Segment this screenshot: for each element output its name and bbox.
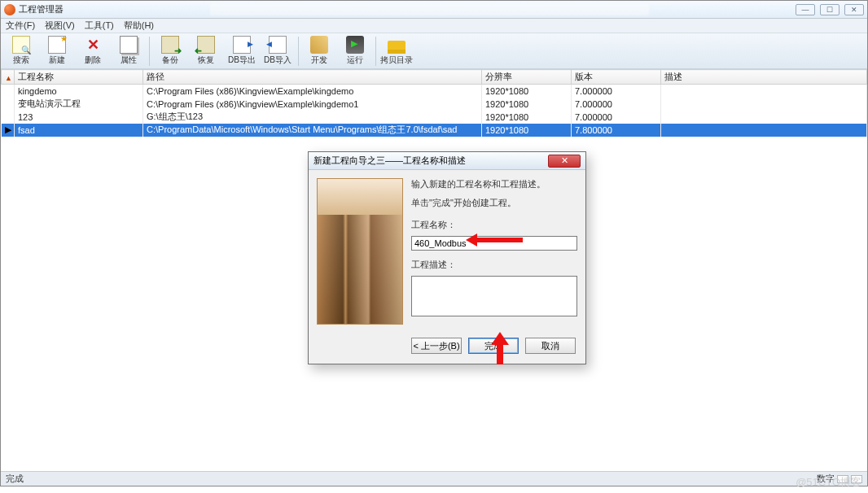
new-project-wizard-dialog: 新建工程向导之三——工程名称和描述 ✕ 输入新建的工程名称和工程描述。 单击"完…	[308, 151, 586, 364]
cell: C:\Program Files (x86)\Kingview\Example\…	[143, 98, 482, 111]
wizard-instruction-2: 单击"完成"开始创建工程。	[411, 197, 577, 209]
cell	[661, 124, 867, 137]
new-button[interactable]: 新建	[40, 35, 74, 68]
search-button[interactable]: 搜索	[4, 35, 38, 68]
menu-view[interactable]: 视图(V)	[45, 20, 75, 32]
search-icon	[12, 36, 30, 54]
cell: kingdemo	[15, 85, 143, 98]
dialog-title: 新建工程向导之三——工程名称和描述	[313, 155, 548, 167]
cell: 变电站演示工程	[15, 98, 143, 111]
status-text: 完成	[6, 473, 24, 485]
title-bar: 工程管理器 — ☐ ✕	[1, 1, 867, 19]
table-row[interactable]: 123G:\组态王\1231920*10807.000000	[2, 111, 867, 124]
table-header: ▲ 工程名称 路径 分辨率 版本 描述	[2, 70, 867, 85]
copydir-button[interactable]: 拷贝目录	[379, 35, 414, 68]
db-import-icon	[269, 36, 287, 54]
col-ver[interactable]: 版本	[572, 70, 661, 85]
prop-button[interactable]: 属性	[112, 35, 146, 68]
cell: 1920*1080	[482, 85, 572, 98]
row-indicator	[2, 98, 15, 111]
restore-icon	[197, 36, 215, 54]
project-name-label: 工程名称：	[411, 219, 577, 231]
wizard-instruction-1: 输入新建的工程名称和工程描述。	[411, 178, 577, 190]
properties-icon	[120, 36, 138, 54]
new-icon	[48, 36, 66, 54]
cell	[661, 85, 867, 98]
project-desc-input[interactable]	[411, 276, 577, 316]
menu-help[interactable]: 帮助(H)	[124, 20, 154, 32]
dialog-title-bar: 新建工程向导之三——工程名称和描述 ✕	[309, 152, 585, 170]
cell: 1920*1080	[482, 98, 572, 111]
cell: 123	[15, 111, 143, 124]
delete-icon	[84, 36, 102, 54]
dev-button[interactable]: 开发	[302, 35, 336, 68]
col-desc[interactable]: 描述	[661, 70, 867, 85]
col-name[interactable]: 工程名称	[15, 70, 143, 85]
table-row[interactable]: ▶fsadC:\ProgramData\Microsoft\Windows\St…	[2, 124, 867, 137]
project-name-input[interactable]	[411, 236, 577, 251]
dbout-button[interactable]: DB导出	[225, 35, 259, 68]
backup-button[interactable]: 备份	[153, 35, 187, 68]
project-table: ▲ 工程名称 路径 分辨率 版本 描述 kingdemoC:\Program F…	[1, 69, 867, 137]
delete-button[interactable]: 删除	[76, 35, 110, 68]
window-title: 工程管理器	[19, 3, 64, 15]
db-export-icon	[233, 36, 251, 54]
project-desc-label: 工程描述：	[411, 259, 577, 271]
close-button[interactable]: ✕	[844, 4, 864, 15]
cell: 1920*1080	[482, 111, 572, 124]
run-button[interactable]: 运行	[338, 35, 372, 68]
status-bar: 完成 数字	[1, 471, 867, 486]
cancel-button[interactable]: 取消	[525, 338, 576, 354]
cell: 7.000000	[572, 111, 661, 124]
app-icon	[4, 4, 15, 15]
col-path[interactable]: 路径	[143, 70, 482, 85]
cell: 7.000000	[572, 85, 661, 98]
cell: 1920*1080	[482, 124, 572, 137]
row-indicator-col[interactable]: ▲	[2, 70, 15, 85]
toolbar: 搜索 新建 删除 属性 备份 恢复 DB导出 DB导入 开发 运行 拷贝目录	[1, 33, 867, 69]
menu-bar: 文件(F) 视图(V) 工具(T) 帮助(H)	[1, 19, 867, 33]
separator	[375, 37, 376, 66]
table-row[interactable]: 变电站演示工程C:\Program Files (x86)\Kingview\E…	[2, 98, 867, 111]
wizard-image	[317, 178, 403, 325]
cell	[661, 98, 867, 111]
dbin-button[interactable]: DB导入	[261, 35, 295, 68]
cell: 7.000000	[572, 98, 661, 111]
dialog-close-button[interactable]: ✕	[548, 155, 581, 168]
menu-tools[interactable]: 工具(T)	[85, 20, 114, 32]
develop-icon	[310, 36, 328, 54]
watermark: @51CTO博客	[796, 475, 861, 490]
separator	[298, 37, 299, 66]
cell: fsad	[15, 124, 143, 137]
cell	[661, 111, 867, 124]
minimize-button[interactable]: —	[796, 4, 815, 15]
folder-icon	[388, 41, 406, 54]
col-res[interactable]: 分辨率	[482, 70, 572, 85]
finish-button[interactable]: 完成	[468, 338, 519, 354]
table-row[interactable]: kingdemoC:\Program Files (x86)\Kingview\…	[2, 85, 867, 98]
menu-file[interactable]: 文件(F)	[6, 20, 35, 32]
cell: C:\Program Files (x86)\Kingview\Example\…	[143, 85, 482, 98]
run-icon	[346, 36, 364, 54]
backup-icon	[161, 36, 179, 54]
back-button[interactable]: < 上一步(B)	[411, 338, 462, 354]
maximize-button[interactable]: ☐	[820, 4, 840, 15]
row-indicator	[2, 111, 15, 124]
cell: C:\ProgramData\Microsoft\Windows\Start M…	[143, 124, 482, 137]
row-indicator	[2, 85, 15, 98]
cell: G:\组态王\123	[143, 111, 482, 124]
separator	[149, 37, 150, 66]
cell: 7.800000	[572, 124, 661, 137]
restore-button[interactable]: 恢复	[189, 35, 223, 68]
row-indicator: ▶	[2, 124, 15, 137]
title-blur	[210, 4, 649, 15]
